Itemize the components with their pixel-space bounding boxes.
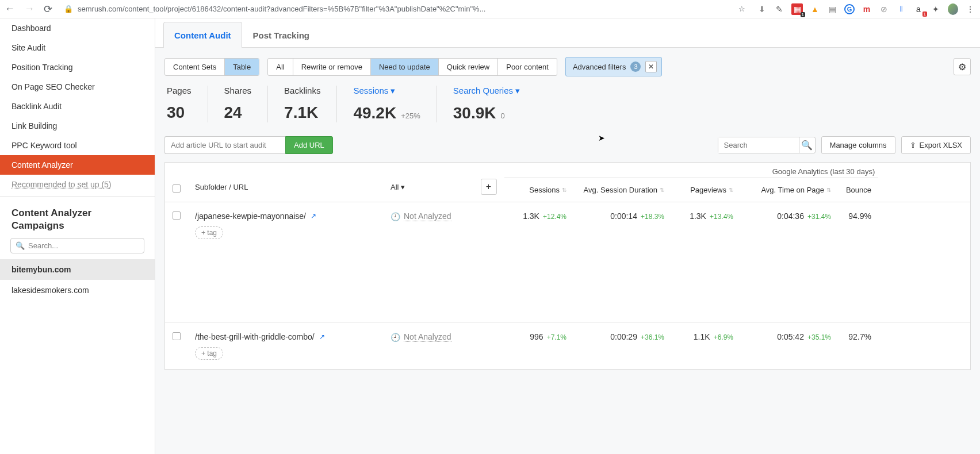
- browser-chrome: ← → ⟳ 🔒 semrush.com/content_tool/project…: [0, 0, 980, 18]
- ext-block-icon[interactable]: ⊘: [879, 4, 889, 14]
- row-checkbox[interactable]: [173, 332, 181, 340]
- main-tabs: Content Audit Post Tracking: [155, 18, 980, 48]
- th-asd[interactable]: Avg. Session Duration⇅: [573, 178, 671, 202]
- sidebar-item-ppc-keyword[interactable]: PPC Keyword tool: [0, 136, 155, 155]
- sidebar-item-on-page-seo[interactable]: On Page SEO Checker: [0, 77, 155, 97]
- campaign-item-lakesidesmokers[interactable]: lakesidesmokers.com: [0, 280, 155, 301]
- sidebar-item-link-building[interactable]: Link Building: [0, 116, 155, 136]
- view-toggle: Content Sets Table: [164, 58, 259, 76]
- view-table[interactable]: Table: [225, 59, 259, 75]
- row-status[interactable]: Not Analyzed: [404, 211, 451, 221]
- add-url-form: Add URL: [164, 136, 333, 154]
- sort-icon: ⇅: [826, 187, 831, 193]
- kebab-menu-icon[interactable]: ⋮: [965, 4, 975, 14]
- sidebar-item-backlink-audit[interactable]: Backlink Audit: [0, 97, 155, 116]
- filter-quick[interactable]: Quick review: [439, 59, 498, 75]
- ext-bars-icon[interactable]: ⦀: [896, 4, 906, 14]
- stat-pages: Pages 30: [164, 86, 208, 122]
- stat-shares: Shares 24: [208, 86, 269, 122]
- stat-queries-label[interactable]: Search Queries ▾: [453, 86, 520, 96]
- add-tag-button[interactable]: + tag: [195, 347, 223, 360]
- row-url[interactable]: /japanese-kewpie-mayonnaise/: [195, 211, 306, 221]
- external-link-icon[interactable]: ↗: [311, 212, 316, 220]
- filter-group: All Rewrite or remove Need to update Qui…: [267, 58, 557, 76]
- row-atp-delta: +35.1%: [807, 333, 831, 341]
- advanced-filters-label: Advanced filters: [573, 63, 626, 71]
- advanced-filters-count: 3: [630, 61, 641, 72]
- row-bounce: 94.9%: [848, 211, 871, 221]
- back-icon[interactable]: ←: [5, 3, 15, 15]
- row-sessions: 996: [530, 332, 543, 341]
- row-atp: 0:04:36: [777, 211, 804, 221]
- manage-columns-button[interactable]: Manage columns: [821, 136, 895, 154]
- url-text[interactable]: semrush.com/content_tool/project/6186432…: [78, 5, 734, 13]
- advanced-filters-clear[interactable]: ✕: [645, 61, 657, 72]
- ext-edit-icon[interactable]: ✎: [774, 4, 784, 14]
- tab-content-audit[interactable]: Content Audit: [163, 22, 242, 47]
- campaign-item-bitemybun[interactable]: bitemybun.com: [0, 259, 155, 280]
- ext-doc-icon[interactable]: ▤: [827, 4, 837, 14]
- stat-backlinks-value: 7.1K: [284, 103, 318, 122]
- row-status[interactable]: Not Analyzed: [404, 332, 451, 342]
- th-atp[interactable]: Avg. Time on Page⇅: [740, 178, 838, 202]
- reload-icon[interactable]: ⟳: [44, 3, 52, 16]
- filter-need-update[interactable]: Need to update: [371, 59, 439, 75]
- th-subfolder[interactable]: Subfolder / URL: [188, 163, 384, 202]
- table-search-input[interactable]: [718, 137, 799, 153]
- ext-flame-icon[interactable]: ▲: [810, 4, 820, 14]
- chevron-down-icon: ▾: [401, 183, 405, 191]
- row-checkbox[interactable]: [173, 211, 181, 220]
- add-url-input[interactable]: [164, 136, 285, 154]
- add-column-button[interactable]: +: [481, 179, 497, 195]
- filter-poor[interactable]: Poor content: [498, 59, 557, 75]
- campaigns-heading: Content Analyzer Campaigns: [0, 197, 155, 236]
- ext-puzzle-icon[interactable]: ✦: [931, 4, 941, 14]
- sidebar-item-position-tracking[interactable]: Position Tracking: [0, 57, 155, 77]
- content-table: Google Analytics (last 30 days) Subfolde…: [164, 162, 971, 370]
- table-search-button[interactable]: 🔍: [799, 137, 815, 153]
- export-xlsx-button[interactable]: ⇪Export XLSX: [901, 136, 971, 154]
- sidebar-item-site-audit[interactable]: Site Audit: [0, 38, 155, 57]
- stat-sessions-delta: +25%: [401, 111, 420, 120]
- row-pv-delta: +13.4%: [710, 213, 733, 221]
- stat-queries-value: 30.9K: [453, 104, 496, 122]
- stat-backlinks: Backlinks 7.1K: [268, 86, 337, 122]
- filter-rewrite[interactable]: Rewrite or remove: [293, 59, 371, 75]
- stat-backlinks-label: Backlinks: [284, 86, 320, 95]
- star-icon[interactable]: ☆: [738, 5, 745, 13]
- stat-sessions-label[interactable]: Sessions ▾: [353, 86, 420, 96]
- upload-icon: ⇪: [910, 141, 916, 149]
- sidebar-item-content-analyzer[interactable]: Content Analyzer: [0, 155, 155, 175]
- ext-download-icon[interactable]: ⬇: [757, 4, 767, 14]
- row-atp-delta: +31.4%: [807, 213, 831, 221]
- select-all-checkbox[interactable]: [173, 184, 181, 193]
- campaign-search-input[interactable]: 🔍 Search...: [10, 238, 144, 253]
- advanced-filters-chip[interactable]: Advanced filters 3 ✕: [565, 57, 663, 76]
- row-url[interactable]: /the-best-grill-with-griddle-combo/: [195, 332, 315, 341]
- main-content: Content Audit Post Tracking Content Sets…: [155, 18, 980, 454]
- settings-button[interactable]: ⚙: [954, 58, 971, 75]
- tab-post-tracking[interactable]: Post Tracking: [242, 22, 320, 47]
- ext-m-icon[interactable]: m: [862, 4, 872, 14]
- forward-icon[interactable]: →: [24, 3, 35, 15]
- sidebar-item-dashboard[interactable]: Dashboard: [0, 18, 155, 38]
- th-pageviews[interactable]: Pageviews⇅: [671, 178, 740, 202]
- view-content-sets[interactable]: Content Sets: [165, 59, 225, 75]
- th-sessions[interactable]: Sessions⇅: [504, 178, 573, 202]
- table-row: /japanese-kewpie-mayonnaise/ ↗ + tag 🕘No…: [165, 202, 970, 323]
- add-url-button[interactable]: Add URL: [285, 136, 333, 154]
- external-link-icon[interactable]: ↗: [319, 333, 325, 341]
- stat-sessions: Sessions ▾ 49.2K+25%: [337, 86, 437, 122]
- add-tag-button[interactable]: + tag: [195, 226, 223, 239]
- ext-avatar-icon[interactable]: [948, 4, 958, 14]
- th-bounce[interactable]: Bounce: [838, 178, 878, 202]
- ext-g-icon[interactable]: G: [844, 4, 855, 14]
- ext-red-icon[interactable]: ▦1: [791, 3, 803, 15]
- th-all-dropdown[interactable]: All ▾: [384, 163, 473, 202]
- filter-all[interactable]: All: [268, 59, 293, 75]
- ext-amazon-icon[interactable]: a1: [913, 4, 924, 14]
- stat-pages-label: Pages: [167, 86, 192, 95]
- row-sessions-delta: +12.4%: [543, 213, 566, 221]
- sort-icon: ⇅: [660, 187, 664, 193]
- sidebar-item-recommended[interactable]: Recommended to set up (5): [0, 175, 155, 197]
